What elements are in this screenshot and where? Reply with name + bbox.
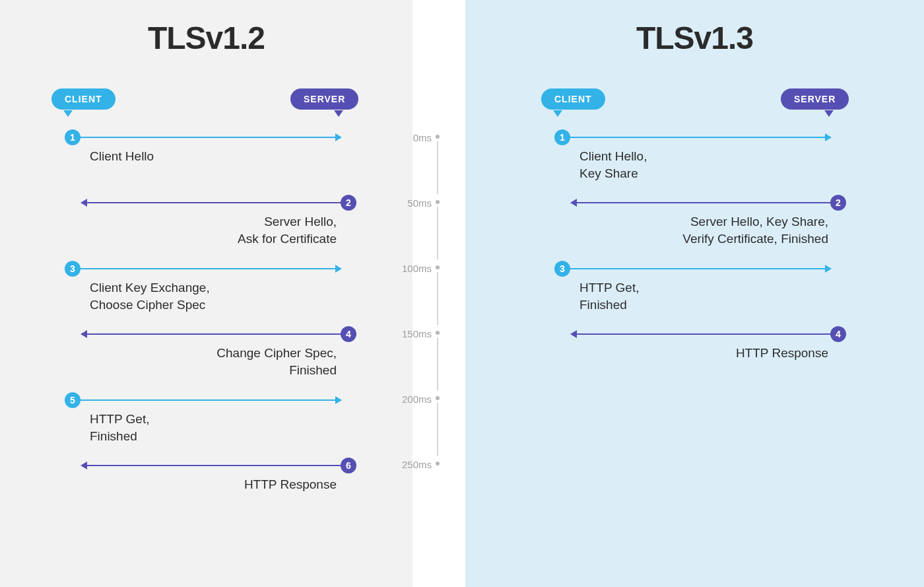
step-label-5-left: HTTP Get,Finished <box>90 411 149 444</box>
panel-tls12: TLSv1.2 CLIENT SERVER 1 Client Hello 2 S… <box>0 0 412 587</box>
arrow-1-right <box>570 137 826 138</box>
step-label-4-right: HTTP Response <box>617 345 828 362</box>
step-circle-2-right: 2 <box>830 195 846 211</box>
step-circle-4-left: 4 <box>341 326 356 342</box>
arrow-6-left <box>86 465 342 466</box>
tick-0: 0ms <box>401 132 432 143</box>
arrow-head-3-right <box>825 265 832 273</box>
tick-dot-1 <box>436 200 440 204</box>
arrow-head-3-left <box>335 265 342 273</box>
tick-dot-5 <box>436 462 440 466</box>
title-tls13: TLSv1.3 <box>465 20 924 56</box>
client-badge-tail-left <box>63 110 73 117</box>
tick-5: 250ms <box>401 459 432 470</box>
tick-2: 100ms <box>401 263 432 274</box>
tick-4: 200ms <box>401 394 432 405</box>
client-badge-right: CLIENT <box>541 88 605 110</box>
step-circle-3-right: 3 <box>554 261 570 277</box>
step-label-2-left: Server Hello,Ask for Certificate <box>165 213 337 247</box>
tick-seg-2 <box>437 272 438 325</box>
arrow-2-left <box>86 202 342 203</box>
server-badge-left: SERVER <box>290 88 358 110</box>
tick-3: 150ms <box>401 328 432 339</box>
arrow-head-1-right <box>825 133 832 141</box>
arrow-4-right <box>576 333 832 335</box>
tick-dot-0 <box>436 135 440 139</box>
server-badge-right: SERVER <box>781 88 849 110</box>
arrow-1-left <box>81 137 337 138</box>
step-circle-1-right: 1 <box>554 129 570 145</box>
arrow-3-right <box>570 268 826 269</box>
arrow-head-4-left <box>81 330 87 338</box>
step-label-3-left: Client Key Exchange,Choose Cipher Spec <box>90 279 210 313</box>
arrow-5-left <box>81 399 337 401</box>
arrow-4-left <box>86 333 342 335</box>
tick-dot-2 <box>436 265 440 269</box>
title-tls12: TLSv1.2 <box>0 20 412 56</box>
arrow-head-5-left <box>335 396 342 404</box>
step-label-3-right: HTTP Get,Finished <box>579 279 639 313</box>
arrow-head-6-left <box>81 462 87 469</box>
step-label-6-left: HTTP Response <box>165 476 337 493</box>
client-badge-tail-right <box>553 110 562 117</box>
arrow-head-2-right <box>570 199 577 207</box>
tick-seg-0 <box>437 141 438 194</box>
server-badge-tail-right <box>824 110 834 117</box>
tick-1: 50ms <box>401 197 432 209</box>
arrow-2-right <box>576 202 832 203</box>
step-circle-4-right: 4 <box>830 326 846 342</box>
step-label-4-left: Change Cipher Spec,Finished <box>165 345 337 378</box>
step-circle-6-left: 6 <box>341 458 356 473</box>
arrow-head-4-right <box>570 330 577 338</box>
panel-gap <box>412 0 465 587</box>
tick-dot-3 <box>436 331 440 335</box>
step-circle-2-left: 2 <box>341 195 356 211</box>
step-label-1-right: Client Hello,Key Share <box>579 148 647 182</box>
arrow-3-left <box>81 268 337 269</box>
step-label-1-left: Client Hello <box>90 148 154 165</box>
arrow-head-1-left <box>335 133 342 141</box>
panel-tls13: TLSv1.3 CLIENT SERVER 1 Client Hello,Key… <box>465 0 924 587</box>
step-circle-1-left: 1 <box>65 129 81 145</box>
client-badge-left: CLIENT <box>51 88 116 110</box>
step-circle-5-left: 5 <box>65 392 81 408</box>
tick-seg-3 <box>437 337 438 390</box>
server-badge-tail-left <box>334 110 343 117</box>
step-circle-3-left: 3 <box>65 261 81 277</box>
tick-seg-1 <box>437 207 438 259</box>
tick-dot-4 <box>436 396 440 400</box>
step-label-2-right: Server Hello, Key Share,Verify Certifica… <box>617 213 828 247</box>
arrow-head-2-left <box>81 199 87 207</box>
tick-seg-4 <box>437 403 438 456</box>
